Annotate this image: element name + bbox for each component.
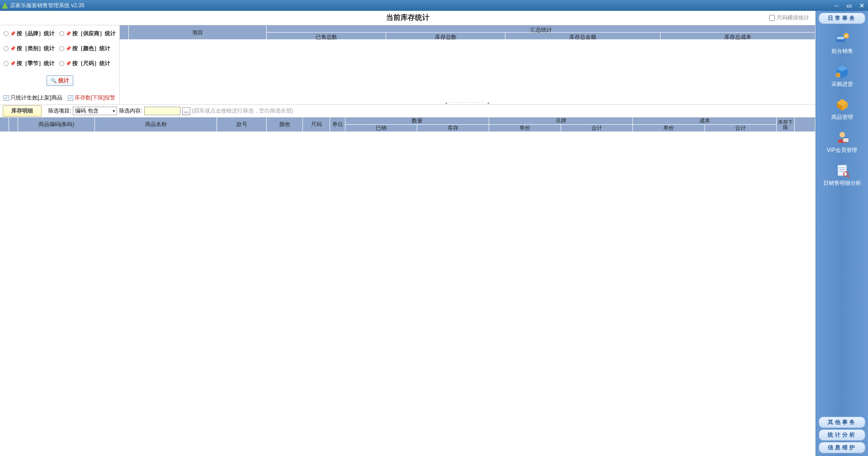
col-trailing xyxy=(795,118,816,132)
size-stat-checkbox[interactable] xyxy=(769,15,775,21)
col-cost-total[interactable]: 合计 xyxy=(705,125,777,132)
sidebar-item-goods-mgmt[interactable]: 商品管理 xyxy=(816,97,868,121)
sidebar-item-label: 采购进货 xyxy=(831,80,853,88)
col-size[interactable]: 尺码 xyxy=(303,118,330,132)
tab-filter-row: 库存明细 筛选项目: 编码 包含 ▼ 筛选内容: … (回车或点击按钮进行筛选，… xyxy=(0,105,816,118)
summary-table: 项目 汇总统计 已售总数 库存总数 库存总金额 库存总成本 xyxy=(120,25,816,104)
table-corner xyxy=(120,25,129,40)
filter-by-supplier[interactable]: 📌 按［供应商］统计 xyxy=(59,30,116,38)
pin-icon: 📌 xyxy=(10,61,15,66)
sidebar-header-daily[interactable]: 日常事务 xyxy=(819,13,865,24)
col-color[interactable]: 颜色 xyxy=(267,118,303,132)
col-name[interactable]: 商品名称 xyxy=(95,118,217,132)
checkbox-icon: ✓ xyxy=(4,95,9,101)
col-cost-price[interactable]: 单价 xyxy=(633,125,705,132)
col-stock-limit[interactable]: 库存下限 xyxy=(777,118,795,132)
col-qty-stock[interactable]: 库存 xyxy=(417,125,489,132)
only-onshelf-checkbox[interactable]: ✓ 只统计生效[上架]商品 xyxy=(4,94,62,102)
search-icon: 🔍 xyxy=(51,78,57,84)
filter-by-size[interactable]: 📌 按［尺码］统计 xyxy=(59,60,116,67)
size-stat-toggle[interactable]: 尺码横排统计 xyxy=(769,14,809,22)
col-tag-price[interactable]: 单价 xyxy=(489,125,561,132)
filter-lookup-button[interactable]: … xyxy=(182,107,190,115)
filter-by-color[interactable]: 📌 按［颜色］统计 xyxy=(59,45,116,52)
sidebar-btn-maintain[interactable]: 信息维护 xyxy=(819,442,865,453)
purchase-icon xyxy=(834,64,850,79)
stock-warn-checkbox[interactable]: ✓ 库存数[下限]报警 xyxy=(68,94,116,102)
pin-icon: 📌 xyxy=(66,61,71,66)
col-cost[interactable]: 成本 xyxy=(633,118,777,125)
sidebar-btn-stats[interactable]: 统计分析 xyxy=(819,429,865,441)
filter-content-label: 筛选内容: xyxy=(119,107,142,115)
pin-icon: 📌 xyxy=(10,46,15,52)
sidebar-item-daily-sales-detail[interactable]: 日销售明细分析 xyxy=(816,163,868,187)
filter-by-season[interactable]: 📌 按［季节］统计 xyxy=(4,60,57,67)
goods-icon xyxy=(834,97,850,112)
splitter-handle[interactable]: ▴ ⋯⋯⋯⋯⋯⋯⋯⋯ ▴ xyxy=(445,100,490,105)
window-controls: ─ ▭ ✕ xyxy=(830,1,868,10)
page-header: 当前库存统计 尺码横排统计 xyxy=(0,11,816,25)
filter-item-combo[interactable]: 编码 包含 ▼ xyxy=(73,107,117,115)
tab-stock-detail[interactable]: 库存明细 xyxy=(3,105,42,117)
checkbox-icon: ✓ xyxy=(68,95,73,101)
col-sold-total[interactable]: 已售总数 xyxy=(267,33,386,40)
col-summary[interactable]: 汇总统计 xyxy=(267,25,816,33)
minimize-button[interactable]: ─ xyxy=(830,1,843,10)
sidebar-item-purchase[interactable]: 采购进货 xyxy=(816,64,868,88)
pin-icon: 📌 xyxy=(66,46,71,52)
titlebar: 店家乐服装销售管理系统 v2.35 ─ ▭ ✕ xyxy=(0,0,868,11)
col-qty-sold[interactable]: 已销 xyxy=(345,125,417,132)
filter-panel: 📌 按［品牌］统计 📌 按［供应商］统计 📌 按［类别］统计 xyxy=(0,25,120,104)
radio-icon xyxy=(59,46,64,51)
page-title: 当前库存统计 xyxy=(386,13,429,23)
radio-icon xyxy=(4,61,9,66)
row-marker-col xyxy=(9,118,18,132)
col-code[interactable]: 商品编码(条码) xyxy=(18,118,95,132)
front-sales-icon xyxy=(834,31,850,46)
pin-icon: 📌 xyxy=(66,31,71,37)
sidebar-item-front-sales[interactable]: 前台销售 xyxy=(816,31,868,55)
col-stock-total[interactable]: 库存总数 xyxy=(386,33,505,40)
row-selector-col xyxy=(0,118,9,132)
stats-button[interactable]: 🔍 统计 xyxy=(47,75,73,86)
sidebar-item-label: VIP会员管理 xyxy=(827,146,857,154)
radio-icon xyxy=(4,31,9,36)
filter-by-category[interactable]: 📌 按［类别］统计 xyxy=(4,45,57,52)
radio-icon xyxy=(4,46,9,51)
filter-by-brand[interactable]: 📌 按［品牌］统计 xyxy=(4,30,57,38)
sidebar-item-vip-mgmt[interactable]: VIP会员管理 xyxy=(816,130,868,154)
col-unit[interactable]: 单位 xyxy=(330,118,345,132)
col-qty[interactable]: 数量 xyxy=(345,118,489,125)
filter-item-label: 筛选项目: xyxy=(48,107,71,115)
report-icon xyxy=(834,163,850,178)
vip-icon xyxy=(834,130,850,145)
pin-icon: 📌 xyxy=(10,31,15,37)
col-tag-total[interactable]: 合计 xyxy=(561,125,633,132)
sidebar: 日常事务 前台销售 采购进货 商品管理 xyxy=(816,11,868,456)
radio-icon xyxy=(59,31,64,36)
detail-body xyxy=(0,132,816,456)
col-stock-amount[interactable]: 库存总金额 xyxy=(505,33,660,40)
size-stat-label: 尺码横排统计 xyxy=(777,14,809,22)
col-style[interactable]: 款号 xyxy=(217,118,267,132)
filter-hint: (回车或点击按钮进行筛选，空白筛选全部) xyxy=(192,107,293,115)
sidebar-item-label: 商品管理 xyxy=(831,113,853,121)
close-button[interactable]: ✕ xyxy=(855,1,868,10)
col-project[interactable]: 项目 xyxy=(129,25,267,40)
col-tag[interactable]: 吊牌 xyxy=(489,118,633,125)
summary-body: ▴ ⋯⋯⋯⋯⋯⋯⋯⋯ ▴ xyxy=(120,40,816,104)
app-title: 店家乐服装销售管理系统 v2.35 xyxy=(10,2,85,9)
col-stock-cost[interactable]: 库存总成本 xyxy=(660,33,816,40)
sidebar-item-label: 日销售明细分析 xyxy=(823,179,861,187)
chevron-down-icon: ▼ xyxy=(112,109,116,113)
sidebar-btn-other[interactable]: 其他事务 xyxy=(819,417,865,428)
radio-icon xyxy=(59,61,64,66)
svg-rect-1 xyxy=(837,37,844,39)
maximize-button[interactable]: ▭ xyxy=(843,1,855,10)
svg-rect-11 xyxy=(838,165,847,176)
sidebar-item-label: 前台销售 xyxy=(831,47,853,55)
app-icon xyxy=(2,2,8,9)
detail-table: 商品编码(条码) 商品名称 款号 颜色 尺码 单位 数量 吊牌 成本 已销 库存… xyxy=(0,118,816,456)
filter-content-input[interactable] xyxy=(144,107,180,115)
svg-point-9 xyxy=(840,132,845,137)
